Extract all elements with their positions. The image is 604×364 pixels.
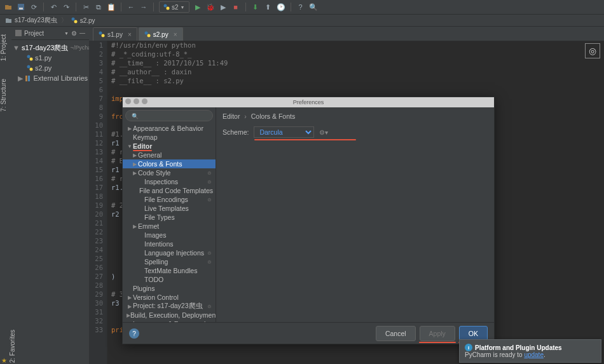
- vcs-history-icon[interactable]: 🕑: [277, 3, 285, 11]
- python-file-icon: [27, 55, 33, 61]
- tree-item-label: Emmet: [138, 222, 159, 230]
- close-icon[interactable]: ×: [128, 31, 132, 38]
- close-icon[interactable]: ×: [174, 31, 177, 38]
- editor-tab[interactable]: s1.py×: [93, 27, 137, 41]
- preferences-tree-item[interactable]: ▶Build, Execution, Deployment: [123, 311, 216, 320]
- python-icon: [163, 4, 170, 10]
- notification-title: Platform and Plugin Updates: [475, 344, 562, 351]
- apply-button[interactable]: Apply: [420, 326, 455, 341]
- tree-item-label: File Types: [144, 213, 175, 221]
- breadcrumb-folder[interactable]: s17-day23爬虫: [15, 16, 57, 25]
- project-root[interactable]: ▼ s17-day23爬虫 ~/PycharmPr: [13, 43, 88, 53]
- copy-icon[interactable]: ⧉: [94, 3, 103, 11]
- help-button[interactable]: ?: [129, 328, 139, 339]
- dialog-title: Preferences: [293, 99, 324, 105]
- preferences-tree-item[interactable]: TODO: [123, 275, 216, 284]
- open-icon[interactable]: [4, 3, 13, 11]
- scope-indicator-icon: ⊚: [207, 321, 212, 323]
- svg-point-5: [74, 20, 77, 24]
- tree-item-label: Colors & Fonts: [138, 160, 182, 168]
- breadcrumb-file[interactable]: s2.py: [80, 17, 95, 24]
- gear-icon[interactable]: ⚙: [71, 30, 77, 37]
- external-libraries[interactable]: ▶ External Libraries: [13, 73, 88, 83]
- preferences-tree-item[interactable]: File Encodings⊚: [123, 195, 216, 204]
- preferences-tree-item[interactable]: File and Code Templates⊚: [123, 186, 216, 195]
- tree-item-label: File and Code Templates: [139, 187, 213, 194]
- project-file[interactable]: s1.py: [13, 53, 88, 63]
- preferences-tree-item[interactable]: Live Templates: [123, 204, 216, 213]
- tree-item-label: Inspections: [144, 178, 178, 185]
- chevron-right-icon: ▶: [127, 321, 133, 323]
- window-controls[interactable]: [125, 98, 148, 104]
- tree-item-label: General: [138, 151, 161, 159]
- coverage-icon[interactable]: ▶: [219, 3, 228, 11]
- preferences-tree-item[interactable]: ▶Project: s17-day23爬虫⊚: [123, 302, 216, 311]
- preferences-tree-item[interactable]: Spelling⊚: [123, 257, 216, 266]
- svg-point-9: [27, 65, 31, 69]
- preferences-tree-item[interactable]: File Types: [123, 213, 216, 222]
- chevron-right-icon: ▶: [132, 161, 138, 167]
- chevron-down-icon[interactable]: ▼: [64, 31, 69, 36]
- tree-item-label: Images: [144, 231, 166, 239]
- python-file-icon: [99, 31, 105, 37]
- preferences-tree-item[interactable]: TextMate Bundles: [123, 266, 216, 275]
- project-file[interactable]: s2.py: [13, 63, 88, 73]
- tree-item-label: Languages & Frameworks: [133, 320, 211, 322]
- cut-icon[interactable]: ✂: [81, 3, 90, 11]
- chevron-right-icon: ▶: [18, 74, 23, 83]
- favorites-tool-tab[interactable]: ★ 2: Favorites: [1, 330, 16, 364]
- preferences-tree-item[interactable]: ▼Editor: [123, 142, 216, 151]
- project-tool-tab[interactable]: 1: Project: [0, 32, 7, 64]
- svg-point-8: [30, 58, 33, 61]
- preferences-tree-item[interactable]: ▶Emmet: [123, 222, 216, 231]
- preferences-tree-item[interactable]: Plugins: [123, 284, 216, 293]
- settings-icon[interactable]: ?: [296, 3, 305, 11]
- preferences-tree-item[interactable]: Keymap: [123, 133, 216, 142]
- tree-item-label: Language Injections: [144, 249, 204, 257]
- search-icon[interactable]: 🔍: [309, 3, 318, 11]
- run-icon[interactable]: ▶: [193, 3, 202, 11]
- dialog-titlebar: Preferences: [123, 97, 494, 107]
- tree-item-label: Spelling: [144, 258, 168, 266]
- stop-icon[interactable]: ■: [231, 3, 240, 11]
- refresh-icon[interactable]: ⟳: [29, 3, 38, 11]
- notification-balloon[interactable]: iPlatform and Plugin Updates PyCharm is …: [459, 339, 601, 363]
- preferences-tree-item[interactable]: ▶Colors & Fonts: [123, 159, 216, 168]
- preferences-tree-item[interactable]: Images: [123, 231, 216, 239]
- paste-icon[interactable]: 📋: [107, 3, 116, 11]
- svg-point-14: [102, 34, 105, 37]
- preferences-tree-item[interactable]: ▶Code Style⊚: [123, 168, 216, 177]
- scheme-select[interactable]: Darcula: [254, 126, 314, 138]
- preferences-tree-item[interactable]: ▶Appearance & Behavior: [123, 124, 216, 133]
- run-config-selector[interactable]: s2 ▼: [159, 1, 189, 13]
- collapse-icon[interactable]: —: [79, 30, 85, 36]
- save-icon[interactable]: [17, 3, 25, 11]
- tab-label: s2.py: [153, 31, 168, 38]
- redo-icon[interactable]: ↷: [62, 3, 71, 11]
- preferences-tree-item[interactable]: ▶Version Control: [123, 293, 216, 302]
- structure-tool-tab[interactable]: 7: Structure: [0, 76, 7, 114]
- preferences-tree-item[interactable]: Intentions: [123, 239, 216, 248]
- forward-icon[interactable]: →: [139, 3, 148, 11]
- file-label: s2.py: [35, 64, 51, 72]
- preferences-tree-item[interactable]: ▶General: [123, 151, 216, 159]
- svg-rect-12: [28, 76, 30, 81]
- preferences-tree-item[interactable]: Inspections⊚: [123, 177, 216, 186]
- chevron-right-icon: ▶: [132, 224, 138, 229]
- scheme-label: Scheme:: [223, 128, 249, 136]
- update-link[interactable]: update: [524, 351, 544, 358]
- ide-logo-icon: ◎: [585, 43, 600, 58]
- vcs-update-icon[interactable]: ⬇: [251, 3, 260, 11]
- back-icon[interactable]: ←: [127, 3, 135, 11]
- cancel-button[interactable]: Cancel: [376, 326, 416, 341]
- tab-label: s1.py: [107, 31, 123, 38]
- editor-tab[interactable]: s2.py×: [139, 27, 183, 41]
- gear-icon[interactable]: ⚙▾: [319, 129, 328, 136]
- vcs-commit-icon[interactable]: ⬆: [264, 3, 273, 11]
- preferences-tree-item[interactable]: ▶Languages & Frameworks⊚: [123, 320, 216, 322]
- info-icon: i: [465, 344, 472, 351]
- navigation-bar: s17-day23爬虫 〉 s2.py: [0, 15, 604, 27]
- undo-icon[interactable]: ↶: [49, 3, 58, 11]
- debug-icon[interactable]: 🐞: [206, 3, 215, 11]
- preferences-tree-item[interactable]: Language Injections⊚: [123, 248, 216, 257]
